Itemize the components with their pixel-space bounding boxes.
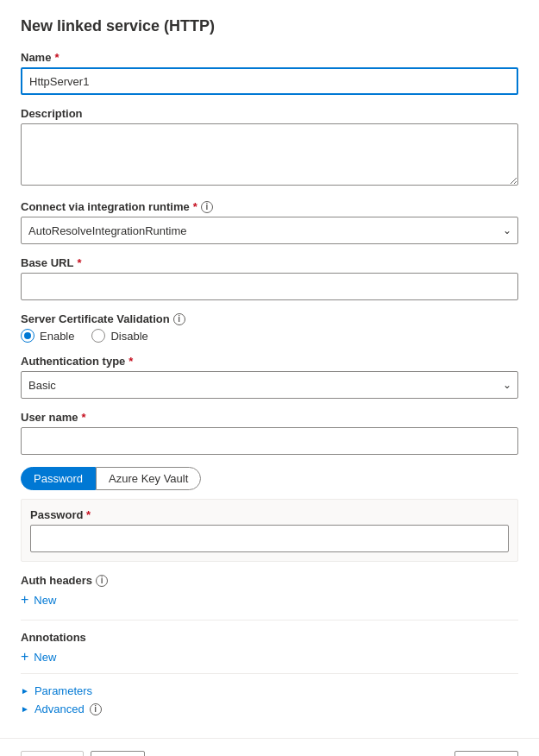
radio-enable[interactable]: Enable (21, 329, 74, 343)
footer-right: 🔗 Test connection Cancel (335, 751, 518, 756)
base-url-required: * (77, 256, 81, 269)
advanced-chevron-icon: ► (21, 704, 29, 714)
base-url-field-group: Base URL * (21, 256, 518, 300)
annotations-section: Annotations + New (21, 631, 518, 665)
advanced-collapsible[interactable]: ► Advanced i (21, 702, 518, 715)
base-url-label: Base URL * (21, 256, 518, 269)
parameters-chevron-icon: ► (21, 686, 29, 696)
server-cert-field-group: Server Certificate Validation i Enable D… (21, 312, 518, 343)
password-section: Password Azure Key Vault Password * (21, 467, 518, 562)
auth-headers-add-button[interactable]: + New (21, 592, 56, 608)
connect-via-select[interactable]: AutoResolveIntegrationRuntime (21, 217, 518, 244)
auth-type-select-wrapper: Basic Anonymous Windows ClientCertificat… (21, 371, 518, 399)
cancel-button[interactable]: Cancel (454, 751, 518, 756)
password-field-label: Password * (30, 508, 509, 521)
page-title: New linked service (HTTP) (21, 17, 518, 35)
description-label: Description (21, 107, 518, 120)
footer: Create Back 🔗 Test connection Cancel (0, 738, 539, 756)
radio-enable-circle (21, 329, 34, 343)
radio-disable-label: Disable (110, 330, 147, 343)
auth-headers-plus-icon: + (21, 592, 28, 608)
username-label: User name * (21, 411, 518, 424)
auth-type-label: Authentication type * (21, 355, 518, 368)
annotations-plus-icon: + (21, 649, 28, 665)
description-field-group: Description (21, 107, 518, 188)
connect-via-label: Connect via integration runtime * i (21, 200, 518, 213)
radio-enable-dot (24, 332, 31, 339)
username-field-group: User name * (21, 411, 518, 455)
parameters-label: Parameters (34, 684, 92, 697)
password-tab-group: Password Azure Key Vault (21, 467, 518, 490)
parameters-collapsible[interactable]: ► Parameters (21, 684, 518, 697)
auth-headers-section: Auth headers i + New (21, 574, 518, 608)
tab-azure-key-vault[interactable]: Azure Key Vault (96, 467, 201, 490)
name-field-group: Name * (21, 51, 518, 95)
create-button[interactable]: Create (21, 751, 84, 756)
divider-1 (21, 620, 518, 621)
name-input[interactable] (21, 67, 518, 95)
server-cert-radio-group: Enable Disable (21, 329, 518, 343)
tab-password[interactable]: Password (21, 467, 96, 490)
password-box: Password * (21, 499, 518, 562)
connect-via-info-icon[interactable]: i (201, 201, 213, 213)
server-cert-info-icon[interactable]: i (173, 313, 185, 325)
advanced-label: Advanced (34, 702, 85, 715)
auth-type-required: * (128, 355, 133, 368)
name-required: * (54, 51, 59, 64)
annotations-add-button[interactable]: + New (21, 649, 56, 665)
radio-disable-circle (91, 329, 105, 343)
connect-via-select-wrapper: AutoResolveIntegrationRuntime ⌄ (21, 217, 518, 244)
auth-type-select[interactable]: Basic Anonymous Windows ClientCertificat… (21, 371, 518, 399)
radio-enable-label: Enable (40, 330, 74, 343)
auth-type-field-group: Authentication type * Basic Anonymous Wi… (21, 355, 518, 399)
panel: New linked service (HTTP) Name * Descrip… (0, 0, 539, 738)
annotations-label: Annotations (21, 631, 518, 644)
connect-via-field-group: Connect via integration runtime * i Auto… (21, 200, 518, 244)
back-button[interactable]: Back (91, 751, 145, 756)
password-required: * (86, 508, 91, 521)
connect-via-required: * (193, 200, 197, 213)
auth-headers-info-icon[interactable]: i (96, 575, 108, 587)
footer-left: Create Back (21, 751, 145, 756)
description-input[interactable] (21, 123, 518, 186)
server-cert-label: Server Certificate Validation i (21, 312, 518, 325)
advanced-info-icon[interactable]: i (90, 703, 102, 715)
radio-disable[interactable]: Disable (91, 329, 147, 343)
name-label: Name * (21, 51, 518, 64)
username-required: * (81, 411, 85, 424)
divider-2 (21, 673, 518, 674)
base-url-input[interactable] (21, 273, 518, 300)
password-input[interactable] (30, 525, 509, 552)
auth-headers-label: Auth headers i (21, 574, 518, 587)
username-input[interactable] (21, 427, 518, 455)
